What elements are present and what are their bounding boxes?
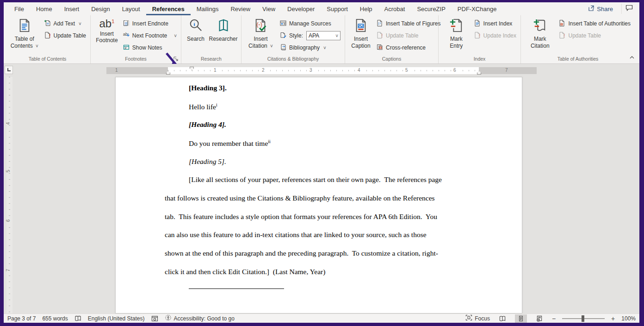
update-table-button[interactable]: ! Update Table	[43, 30, 88, 42]
svg-text:!: !	[564, 33, 565, 38]
hruler-number: 6	[452, 68, 458, 73]
tab-design[interactable]: Design	[85, 2, 116, 15]
tab-pdf-xchange[interactable]: PDF-XChange	[452, 2, 503, 15]
insert-caption-icon	[354, 18, 368, 34]
group-label-captions: Captions	[345, 55, 438, 63]
tab-acrobat[interactable]: Acrobat	[378, 2, 411, 15]
vruler-number: 4	[6, 122, 11, 125]
word-count[interactable]: 655 words	[42, 315, 68, 322]
comments-button[interactable]	[621, 4, 637, 14]
print-layout-button[interactable]	[515, 314, 527, 323]
page-indicator[interactable]: Page 3 of 7	[7, 315, 36, 322]
next-footnote-button[interactable]: ab Next Footnote ˅	[121, 30, 178, 42]
footnote-separator	[189, 288, 284, 289]
next-footnote-icon: ab	[123, 31, 130, 40]
tab-view[interactable]: View	[256, 2, 281, 15]
tab-developer[interactable]: Developer	[281, 2, 321, 15]
tab-mailings[interactable]: Mailings	[191, 2, 225, 15]
update-index-icon: !	[474, 31, 481, 40]
group-footnotes: ab1 Insert Footnote [i] Insert Endnote	[91, 15, 181, 63]
show-notes-button[interactable]: Show Notes	[121, 42, 178, 54]
hruler-number: 1	[212, 68, 218, 73]
style-value: APA	[309, 32, 319, 39]
tab-help[interactable]: Help	[354, 2, 378, 15]
doc-line-remember: Do you remember that timeii	[189, 139, 271, 148]
cross-reference-icon	[376, 44, 384, 52]
insert-table-of-figures-button[interactable]: Insert Table of Figures	[375, 18, 442, 30]
tab-securezip[interactable]: SecureZIP	[411, 2, 451, 15]
insert-table-of-authorities-label: Insert Table of Authorities	[568, 20, 631, 27]
collapse-ribbon-button[interactable]	[629, 53, 635, 62]
document-canvas: 1 1 2 3 4 5 6 7 4 5 6 7 8	[4, 64, 639, 313]
doc-paragraph-line: tab. This feature includes a style optio…	[165, 213, 437, 221]
cross-reference-label: Cross-reference	[386, 44, 426, 51]
tab-home[interactable]: Home	[30, 2, 58, 15]
share-button[interactable]: Share	[584, 4, 617, 14]
tab-stop-selector[interactable]	[5, 66, 13, 74]
add-text-label: Add Text	[54, 20, 75, 27]
zoom-level[interactable]: 100%	[621, 315, 636, 322]
svg-text:!: !	[381, 33, 383, 38]
comment-icon	[625, 5, 633, 13]
hruler-number: 1	[114, 68, 119, 73]
update-table-captions-button: ! Update Table	[375, 30, 442, 42]
svg-text:[i]: [i]	[124, 22, 127, 25]
tab-references[interactable]: References	[146, 2, 191, 15]
hruler-number: 2	[260, 68, 266, 73]
word-window: File Home Insert Design Layout Reference…	[0, 0, 644, 326]
tab-support[interactable]: Support	[321, 2, 354, 15]
update-index-button: ! Update Index	[472, 30, 518, 42]
insert-citation-icon: (-)	[254, 18, 267, 34]
researcher-button[interactable]: Researcher	[208, 17, 238, 43]
insert-footnote-label: Insert Footnote	[95, 31, 118, 44]
manage-sources-button[interactable]: Manage Sources	[278, 18, 342, 30]
bibliography-button[interactable]: Bibliography ˅	[278, 42, 342, 54]
language-indicator[interactable]: English (United States)	[88, 315, 145, 322]
hruler-number: 3	[308, 68, 314, 73]
update-index-label: Update Index	[483, 32, 516, 39]
insert-index-button[interactable]: Insert Index	[472, 18, 518, 30]
table-of-contents-button[interactable]: Table of Contents ˅	[7, 17, 42, 49]
insert-caption-button[interactable]: Insert Caption	[348, 17, 374, 49]
zoom-slider-thumb[interactable]	[582, 315, 584, 322]
zoom-in-button[interactable]: +	[611, 315, 615, 322]
document-page[interactable]: [Heading 3]. Hello lifei [Heading 4]. Do…	[115, 77, 522, 313]
insert-citation-label: Insert Citation	[248, 36, 267, 49]
insert-footnote-icon: ab1	[99, 18, 114, 29]
update-table-icon: !	[376, 31, 384, 40]
read-mode-button[interactable]	[496, 314, 508, 323]
accessibility-status[interactable]: Accessibility: Good to go	[165, 314, 235, 322]
search-icon	[189, 18, 203, 34]
ribbon-tab-bar: File Home Insert Design Layout Reference…	[4, 2, 639, 15]
style-dropdown[interactable]: APA ˅	[306, 31, 341, 40]
tab-layout[interactable]: Layout	[116, 2, 146, 15]
insert-endnote-button[interactable]: [i] Insert Endnote	[121, 18, 178, 30]
tab-file[interactable]: File	[8, 2, 30, 15]
doc-heading-4: [Heading 4].	[189, 120, 226, 129]
tab-insert[interactable]: Insert	[58, 2, 86, 15]
cross-reference-button[interactable]: Cross-reference	[375, 42, 442, 54]
focus-mode-button[interactable]: Focus	[465, 314, 490, 322]
search-button[interactable]: Search	[184, 17, 207, 43]
footnote-ref-i: i	[216, 102, 217, 107]
vertical-ruler: 4 5 6 7 8	[6, 77, 12, 313]
web-layout-button[interactable]	[533, 314, 545, 323]
researcher-label: Researcher	[209, 36, 237, 42]
insert-citation-button[interactable]: (-) Insert Citation ˅	[244, 17, 277, 49]
group-citations-bibliography: (-) Insert Citation ˅	[242, 15, 345, 63]
zoom-slider[interactable]	[562, 318, 605, 319]
footnotes-dialog-launcher[interactable]	[173, 56, 179, 62]
add-text-button[interactable]: Add Text ˅	[43, 18, 88, 30]
tab-review[interactable]: Review	[224, 2, 256, 15]
update-table-icon: !	[558, 31, 566, 40]
add-text-icon	[44, 19, 51, 28]
proofing-status-icon[interactable]	[74, 315, 81, 322]
doc-line-hello: Hello lifei	[189, 102, 217, 111]
insert-table-of-authorities-icon	[558, 19, 566, 28]
mark-citation-button[interactable]: Mark Citation	[524, 17, 556, 49]
macro-recording-icon[interactable]	[151, 315, 158, 322]
mark-entry-button[interactable]: Mark Entry	[441, 17, 471, 49]
zoom-out-button[interactable]: −	[552, 315, 556, 322]
insert-table-of-authorities-button[interactable]: Insert Table of Authorities	[557, 18, 632, 30]
insert-footnote-button[interactable]: ab1 Insert Footnote	[93, 17, 120, 44]
